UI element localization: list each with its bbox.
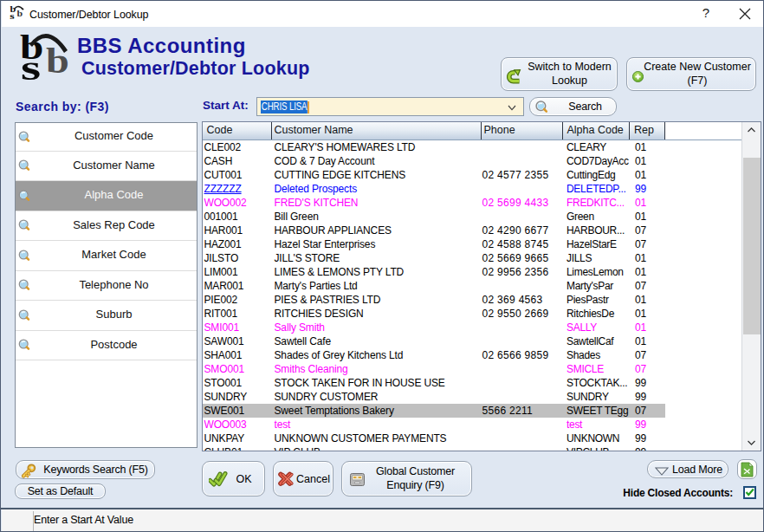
svg-text:s: s — [10, 11, 15, 21]
svg-text:b: b — [17, 9, 23, 18]
svg-text:b: b — [46, 41, 69, 81]
svg-text:s: s — [21, 48, 41, 88]
